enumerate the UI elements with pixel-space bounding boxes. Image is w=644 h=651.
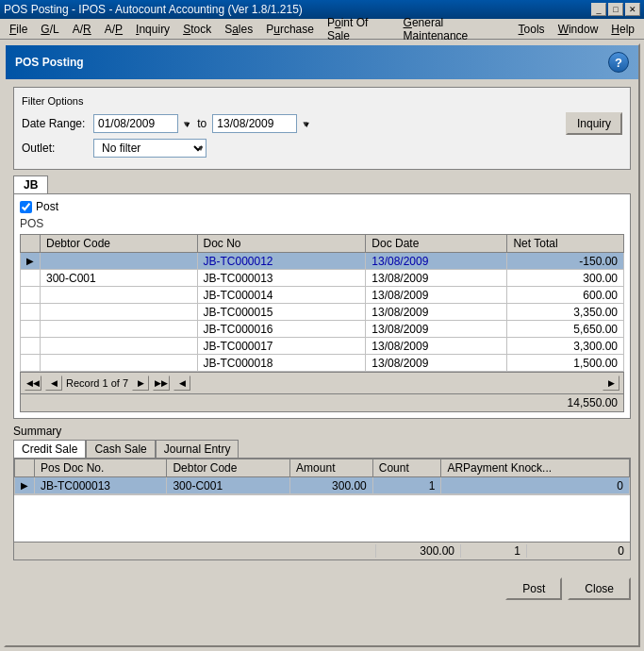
summary-col-debtor-code: Debtor Code [167,459,290,477]
nav-next-button[interactable]: ▶ [132,376,149,391]
debtor-code-cell [41,253,198,270]
date-from-dropdown[interactable]: ▼ [183,120,191,129]
pos-totals-row: 14,550.00 [20,394,624,412]
list-item[interactable]: ▶ JB-TC000013 300-C001 300.00 1 0 [15,477,630,494]
nav-back-button[interactable]: ◀ [173,376,190,391]
minimize-button[interactable]: _ [591,3,606,16]
summary-totals-doc-spacer [27,544,217,558]
menu-stock[interactable]: Stock [177,21,217,38]
doc-date-cell: 13/08/2009 [366,304,507,321]
debtor-code-cell [41,321,198,338]
debtor-code-cell [41,287,198,304]
date-from-input[interactable] [93,114,178,133]
maximize-button[interactable]: □ [608,3,623,16]
menu-purchase[interactable]: Purchase [260,21,320,38]
table-row[interactable]: 300-C001 JB-TC000013 13/08/2009 300.00 [21,270,624,287]
help-button[interactable]: ? [608,52,629,73]
summary-tab-cash-sale[interactable]: Cash Sale [86,440,155,458]
summary-tab-bar: Credit Sale Cash Sale Journal Entry [13,440,631,458]
date-range-row: Date Range: ▼ to ▼ Inquiry [22,112,622,135]
summary-table-body: ▶ JB-TC000013 300-C001 300.00 1 0 [15,477,630,494]
table-row[interactable]: ▶ JB-TC000012 13/08/2009 -150.00 [21,253,624,270]
net-total-cell: 600.00 [507,287,624,304]
doc-no-cell: JB-TC000016 [197,321,366,338]
pos-table-wrapper: Debtor Code Doc No Doc Date Net Total ▶ … [20,234,624,372]
nav-prev-button[interactable]: ◀ [45,376,62,391]
menu-file[interactable]: File [4,21,33,38]
net-total-cell: 300.00 [507,270,624,287]
net-total-cell: 3,350.00 [507,304,624,321]
summary-ar-payment-cell: 0 [441,477,630,494]
main-window: POS Posting ? Filter Options Date Range:… [4,43,640,647]
summary-total-amount: 300.00 [375,544,460,558]
summary-totals-debtor-spacer [217,544,375,558]
summary-empty-area [14,494,630,542]
table-row[interactable]: JB-TC000014 13/08/2009 600.00 [21,287,624,304]
menu-help[interactable]: Help [605,21,640,38]
bottom-bar: Post Close [6,572,638,606]
col-doc-date: Doc Date [366,235,507,253]
post-checkbox[interactable] [20,201,32,213]
table-row[interactable]: JB-TC000017 13/08/2009 3,300.00 [21,338,624,355]
close-window-button[interactable]: ✕ [625,3,640,16]
pos-label: POS [20,217,624,230]
col-doc-no: Doc No [197,235,366,253]
summary-tab-credit-sale[interactable]: Credit Sale [13,440,86,458]
doc-date-cell: 13/08/2009 [366,253,507,270]
doc-no-cell: JB-TC000014 [197,287,366,304]
net-total-cell: -150.00 [507,253,624,270]
debtor-code-cell [41,304,198,321]
close-button[interactable]: Close [568,577,631,600]
pos-table-header: Debtor Code Doc No Doc Date Net Total [21,235,624,253]
post-button[interactable]: Post [505,577,562,600]
table-row[interactable]: JB-TC000015 13/08/2009 3,350.00 [21,304,624,321]
doc-no-cell: JB-TC000018 [197,355,366,372]
nav-last-button[interactable]: ▶▶ [153,376,170,391]
doc-date-cell: 13/08/2009 [366,355,507,372]
summary-section: Summary Credit Sale Cash Sale Journal En… [13,425,631,560]
summary-label: Summary [13,425,631,438]
nav-scroll-right[interactable]: ▶ [603,376,619,391]
net-total-cell: 1,500.00 [507,355,624,372]
menu-bar: File G/L A/R A/P Inquiry Stock Sales Pur… [0,19,644,40]
outlet-select-wrapper[interactable]: No filter [93,139,206,158]
pos-total-value: 14,550.00 [542,396,618,409]
pos-table: Debtor Code Doc No Doc Date Net Total ▶ … [20,234,624,372]
date-range-label: Date Range: [22,117,88,130]
date-to-label: to [197,117,206,130]
title-bar-buttons: _ □ ✕ [591,3,640,16]
menu-tools[interactable]: Tools [513,21,551,38]
nav-record-text: Record 1 of 7 [66,377,128,389]
row-indicator [21,270,41,287]
summary-table: Pos Doc No. Debtor Code Amount Count ARP… [14,459,630,494]
summary-debtor-code-cell: 300-C001 [167,477,290,494]
nav-first-button[interactable]: ◀◀ [25,376,41,391]
menu-window[interactable]: Window [553,21,604,38]
menu-ar[interactable]: A/R [67,21,97,38]
net-total-cell: 3,300.00 [507,338,624,355]
menu-pos[interactable]: Point Of Sale [322,14,396,44]
table-row[interactable]: JB-TC000018 13/08/2009 1,500.00 [21,355,624,372]
debtor-code-cell [41,355,198,372]
content-area: Filter Options Date Range: ▼ to ▼ Inquir… [6,79,638,568]
doc-no-cell: JB-TC000012 [197,253,366,270]
summary-table-wrapper: Pos Doc No. Debtor Code Amount Count ARP… [13,458,631,560]
debtor-code-cell [41,338,198,355]
table-row[interactable]: JB-TC000016 13/08/2009 5,650.00 [21,321,624,338]
outlet-select[interactable]: No filter [93,139,206,158]
inquiry-button[interactable]: Inquiry [566,112,622,135]
summary-tab-journal-entry[interactable]: Journal Entry [156,440,239,458]
menu-general-maintenance[interactable]: General Maintenance [398,14,511,44]
menu-gl[interactable]: G/L [35,21,64,38]
menu-inquiry[interactable]: Inquiry [130,21,175,38]
summary-col-indicator [15,459,35,477]
doc-no-cell: JB-TC000015 [197,304,366,321]
summary-amount-cell: 300.00 [290,477,373,494]
menu-ap[interactable]: A/P [99,21,128,38]
date-to-input[interactable] [212,114,297,133]
col-debtor-code: Debtor Code [41,235,198,253]
tab-jb[interactable]: JB [13,175,48,193]
menu-sales[interactable]: Sales [219,21,258,38]
date-to-dropdown[interactable]: ▼ [303,120,311,129]
col-indicator [21,235,41,253]
